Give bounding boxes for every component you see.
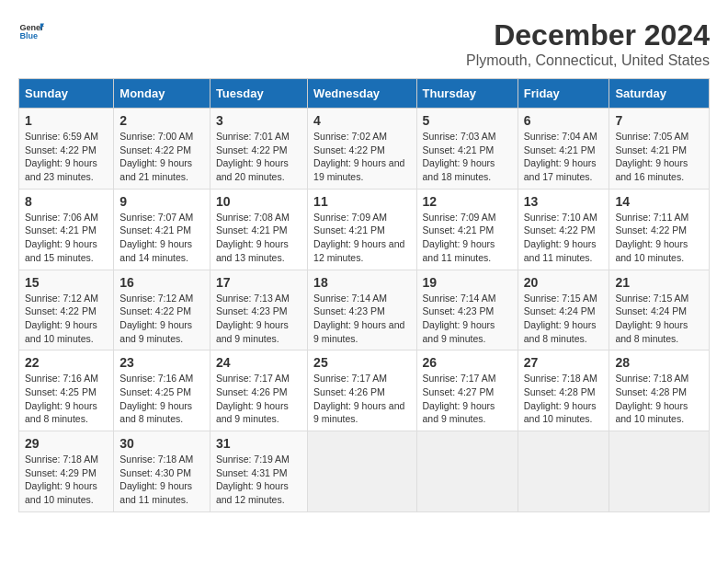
day-number: 31 xyxy=(216,436,301,451)
calendar-cell: 6 Sunrise: 7:04 AM Sunset: 4:21 PM Dayli… xyxy=(518,109,609,190)
calendar-cell: 31 Sunrise: 7:19 AM Sunset: 4:31 PM Dayl… xyxy=(210,431,307,512)
svg-text:Blue: Blue xyxy=(19,31,38,40)
calendar-cell: 21 Sunrise: 7:15 AM Sunset: 4:24 PM Dayl… xyxy=(609,270,710,350)
day-number: 28 xyxy=(615,355,703,370)
calendar-cell: 24 Sunrise: 7:17 AM Sunset: 4:26 PM Dayl… xyxy=(210,350,307,431)
calendar-cell: 13 Sunrise: 7:10 AM Sunset: 4:22 PM Dayl… xyxy=(518,189,609,270)
day-number: 20 xyxy=(524,275,604,290)
day-number: 21 xyxy=(615,275,703,290)
calendar-cell: 7 Sunrise: 7:05 AM Sunset: 4:21 PM Dayli… xyxy=(609,109,710,190)
calendar-cell: 2 Sunrise: 7:00 AM Sunset: 4:22 PM Dayli… xyxy=(114,109,210,190)
calendar-week-row: 29 Sunrise: 7:18 AM Sunset: 4:29 PM Dayl… xyxy=(19,431,710,512)
day-info: Sunrise: 7:18 AM Sunset: 4:28 PM Dayligh… xyxy=(524,373,597,424)
calendar-cell: 17 Sunrise: 7:13 AM Sunset: 4:23 PM Dayl… xyxy=(210,270,307,350)
day-info: Sunrise: 7:17 AM Sunset: 4:26 PM Dayligh… xyxy=(216,373,290,424)
calendar-cell: 28 Sunrise: 7:18 AM Sunset: 4:28 PM Dayl… xyxy=(609,350,710,431)
day-number: 24 xyxy=(216,355,301,370)
calendar-cell: 19 Sunrise: 7:14 AM Sunset: 4:23 PM Dayl… xyxy=(416,270,518,350)
day-info: Sunrise: 7:00 AM Sunset: 4:22 PM Dayligh… xyxy=(119,131,193,182)
calendar-cell: 10 Sunrise: 7:08 AM Sunset: 4:21 PM Dayl… xyxy=(210,189,307,270)
main-title: December 2024 xyxy=(466,18,710,52)
header-wednesday: Wednesday xyxy=(308,79,416,109)
day-info: Sunrise: 7:12 AM Sunset: 4:22 PM Dayligh… xyxy=(119,293,193,344)
title-area: December 2024 Plymouth, Connecticut, Uni… xyxy=(466,18,710,69)
day-info: Sunrise: 7:12 AM Sunset: 4:22 PM Dayligh… xyxy=(25,293,98,344)
day-info: Sunrise: 7:07 AM Sunset: 4:21 PM Dayligh… xyxy=(119,212,193,263)
day-info: Sunrise: 7:06 AM Sunset: 4:21 PM Dayligh… xyxy=(25,212,98,263)
logo: General Blue xyxy=(18,18,44,44)
day-info: Sunrise: 7:14 AM Sunset: 4:23 PM Dayligh… xyxy=(423,293,496,344)
calendar-cell: 15 Sunrise: 7:12 AM Sunset: 4:22 PM Dayl… xyxy=(19,270,114,350)
day-number: 18 xyxy=(313,275,410,290)
calendar-cell: 20 Sunrise: 7:15 AM Sunset: 4:24 PM Dayl… xyxy=(518,270,609,350)
calendar-cell: 14 Sunrise: 7:11 AM Sunset: 4:22 PM Dayl… xyxy=(609,189,710,270)
day-info: Sunrise: 7:14 AM Sunset: 4:23 PM Dayligh… xyxy=(313,293,404,344)
day-number: 13 xyxy=(524,194,604,209)
calendar-cell: 30 Sunrise: 7:18 AM Sunset: 4:30 PM Dayl… xyxy=(114,431,210,512)
day-info: Sunrise: 7:02 AM Sunset: 4:22 PM Dayligh… xyxy=(313,131,404,182)
day-number: 1 xyxy=(25,113,108,128)
day-info: Sunrise: 7:13 AM Sunset: 4:23 PM Dayligh… xyxy=(216,293,290,344)
day-info: Sunrise: 7:10 AM Sunset: 4:22 PM Dayligh… xyxy=(524,212,597,263)
day-info: Sunrise: 7:15 AM Sunset: 4:24 PM Dayligh… xyxy=(524,293,597,344)
calendar-cell xyxy=(518,431,609,512)
day-number: 11 xyxy=(313,194,410,209)
day-info: Sunrise: 6:59 AM Sunset: 4:22 PM Dayligh… xyxy=(25,131,98,182)
calendar-cell xyxy=(308,431,416,512)
day-number: 2 xyxy=(119,113,204,128)
calendar-cell: 26 Sunrise: 7:17 AM Sunset: 4:27 PM Dayl… xyxy=(416,350,518,431)
header: General Blue December 2024 Plymouth, Con… xyxy=(18,18,710,69)
header-friday: Friday xyxy=(518,79,609,109)
day-info: Sunrise: 7:16 AM Sunset: 4:25 PM Dayligh… xyxy=(119,373,193,424)
day-info: Sunrise: 7:19 AM Sunset: 4:31 PM Dayligh… xyxy=(216,454,290,505)
day-number: 26 xyxy=(423,355,512,370)
day-number: 14 xyxy=(615,194,703,209)
day-number: 29 xyxy=(25,436,108,451)
header-monday: Monday xyxy=(114,79,210,109)
header-sunday: Sunday xyxy=(19,79,114,109)
day-info: Sunrise: 7:09 AM Sunset: 4:21 PM Dayligh… xyxy=(423,212,496,263)
day-number: 19 xyxy=(423,275,512,290)
day-number: 17 xyxy=(216,275,301,290)
calendar-cell: 27 Sunrise: 7:18 AM Sunset: 4:28 PM Dayl… xyxy=(518,350,609,431)
calendar-cell: 1 Sunrise: 6:59 AM Sunset: 4:22 PM Dayli… xyxy=(19,109,114,190)
day-number: 6 xyxy=(524,113,604,128)
subtitle: Plymouth, Connecticut, United States xyxy=(466,52,710,69)
day-info: Sunrise: 7:04 AM Sunset: 4:21 PM Dayligh… xyxy=(524,131,597,182)
day-number: 3 xyxy=(216,113,301,128)
calendar-cell: 4 Sunrise: 7:02 AM Sunset: 4:22 PM Dayli… xyxy=(308,109,416,190)
calendar-cell: 25 Sunrise: 7:17 AM Sunset: 4:26 PM Dayl… xyxy=(308,350,416,431)
day-number: 5 xyxy=(423,113,512,128)
day-number: 7 xyxy=(615,113,703,128)
day-number: 30 xyxy=(119,436,204,451)
day-number: 22 xyxy=(25,355,108,370)
day-number: 4 xyxy=(313,113,410,128)
calendar-cell: 12 Sunrise: 7:09 AM Sunset: 4:21 PM Dayl… xyxy=(416,189,518,270)
calendar-cell: 23 Sunrise: 7:16 AM Sunset: 4:25 PM Dayl… xyxy=(114,350,210,431)
calendar-cell: 22 Sunrise: 7:16 AM Sunset: 4:25 PM Dayl… xyxy=(19,350,114,431)
calendar-body: 1 Sunrise: 6:59 AM Sunset: 4:22 PM Dayli… xyxy=(19,109,710,512)
header-thursday: Thursday xyxy=(416,79,518,109)
day-number: 10 xyxy=(216,194,301,209)
calendar-week-row: 22 Sunrise: 7:16 AM Sunset: 4:25 PM Dayl… xyxy=(19,350,710,431)
day-info: Sunrise: 7:03 AM Sunset: 4:21 PM Dayligh… xyxy=(423,131,496,182)
calendar-cell: 5 Sunrise: 7:03 AM Sunset: 4:21 PM Dayli… xyxy=(416,109,518,190)
day-info: Sunrise: 7:15 AM Sunset: 4:24 PM Dayligh… xyxy=(615,293,688,344)
calendar-cell: 11 Sunrise: 7:09 AM Sunset: 4:21 PM Dayl… xyxy=(308,189,416,270)
day-info: Sunrise: 7:08 AM Sunset: 4:21 PM Dayligh… xyxy=(216,212,290,263)
calendar-cell: 29 Sunrise: 7:18 AM Sunset: 4:29 PM Dayl… xyxy=(19,431,114,512)
day-info: Sunrise: 7:17 AM Sunset: 4:27 PM Dayligh… xyxy=(423,373,496,424)
day-info: Sunrise: 7:17 AM Sunset: 4:26 PM Dayligh… xyxy=(313,373,404,424)
calendar-table: Sunday Monday Tuesday Wednesday Thursday… xyxy=(18,78,710,512)
calendar-cell: 18 Sunrise: 7:14 AM Sunset: 4:23 PM Dayl… xyxy=(308,270,416,350)
day-info: Sunrise: 7:11 AM Sunset: 4:22 PM Dayligh… xyxy=(615,212,688,263)
header-tuesday: Tuesday xyxy=(210,79,307,109)
day-number: 16 xyxy=(119,275,204,290)
day-number: 25 xyxy=(313,355,410,370)
calendar-cell: 16 Sunrise: 7:12 AM Sunset: 4:22 PM Dayl… xyxy=(114,270,210,350)
day-number: 8 xyxy=(25,194,108,209)
calendar-week-row: 15 Sunrise: 7:12 AM Sunset: 4:22 PM Dayl… xyxy=(19,270,710,350)
logo-icon: General Blue xyxy=(18,18,44,44)
day-info: Sunrise: 7:16 AM Sunset: 4:25 PM Dayligh… xyxy=(25,373,98,424)
day-number: 12 xyxy=(423,194,512,209)
